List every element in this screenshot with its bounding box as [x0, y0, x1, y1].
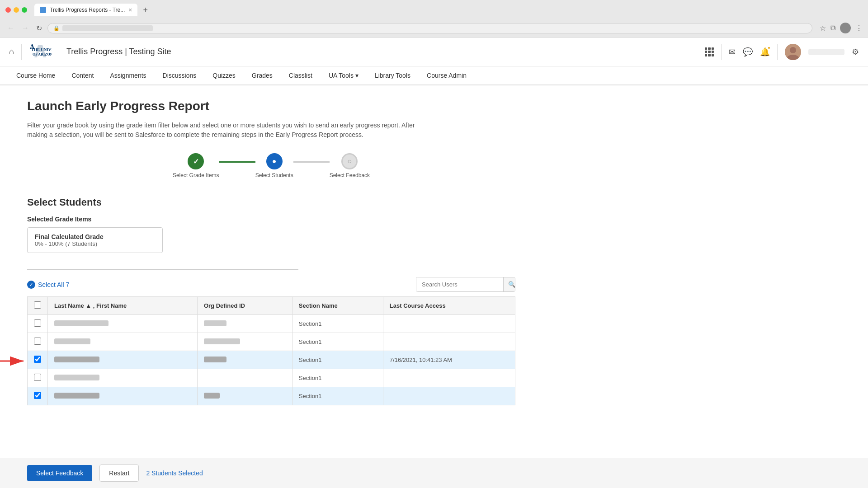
svg-text:A: A	[30, 43, 35, 50]
reload-button[interactable]: ↻	[34, 23, 44, 33]
url-text	[62, 25, 153, 31]
table-row: Section1	[28, 387, 515, 405]
row-3-section: Section1	[292, 351, 383, 369]
grade-items-section: Selected Grade Items Final Calculated Gr…	[27, 216, 298, 270]
nav-library-tools[interactable]: Library Tools	[368, 66, 418, 84]
nav-discussions[interactable]: Discussions	[156, 66, 204, 84]
table-row: Section1	[28, 369, 515, 387]
header-divider	[21, 44, 22, 60]
step-connector-1	[219, 161, 255, 163]
lock-icon: 🔒	[53, 25, 60, 31]
nav-course-admin[interactable]: Course Admin	[420, 66, 474, 84]
maximize-dot[interactable]	[22, 7, 27, 13]
col-header-section: Section Name	[292, 297, 383, 315]
row-4-name-text	[54, 375, 99, 380]
select-all-icon: ✓	[27, 281, 35, 289]
browser-profile-icon[interactable]	[840, 23, 851, 33]
svg-point-6	[790, 47, 796, 53]
row-1-name	[48, 315, 198, 333]
home-icon[interactable]: ⌂	[9, 47, 14, 56]
avatar[interactable]	[785, 44, 801, 60]
header-right: ✉ 💬 🔔 ⚙	[705, 44, 859, 60]
row-4-access	[383, 369, 515, 387]
browser-tab[interactable]: Trellis Progress Reports - Tre... ×	[34, 4, 137, 16]
table-row: Section1	[28, 315, 515, 333]
select-all-button[interactable]: ✓ Select All 7	[27, 281, 69, 289]
header-divider-2	[59, 44, 59, 60]
row-5-checkbox[interactable]	[34, 392, 41, 399]
chat-icon[interactable]: 💬	[743, 47, 753, 57]
row-5-name	[48, 387, 198, 405]
nav-ua-tools[interactable]: UA Tools ▾	[321, 66, 366, 84]
forward-button[interactable]: →	[20, 23, 31, 33]
search-input[interactable]	[416, 277, 503, 291]
col-header-checkbox	[28, 297, 48, 315]
university-logo: THE UNIVERSITY OF ARIZONA A	[29, 43, 52, 61]
extensions-icon[interactable]: ⧉	[830, 24, 835, 32]
header-left: ⌂ THE UNIVERSITY OF ARIZONA A Trellis Pr…	[9, 43, 171, 61]
row-2-section: Section1	[292, 333, 383, 351]
select-all-checkbox[interactable]	[34, 301, 41, 309]
notification-badge	[767, 46, 771, 50]
step-1: ✓ Select Grade Items	[173, 153, 219, 178]
step-2-label: Select Students	[255, 172, 293, 178]
progress-steps: ✓ Select Grade Items ● Select Students ○…	[27, 153, 515, 178]
arrow-row3-indicator	[0, 354, 27, 368]
browser-action-buttons: ☆ ⧉ ⋮	[820, 23, 863, 33]
tab-close-button[interactable]: ×	[128, 6, 132, 14]
nav-quizzes[interactable]: Quizzes	[205, 66, 243, 84]
step-connector-2	[293, 161, 330, 163]
row-1-org-id	[197, 315, 292, 333]
nav-classlist[interactable]: Classlist	[282, 66, 320, 84]
notifications-icon[interactable]: 🔔	[760, 47, 770, 57]
address-bar[interactable]: 🔒	[47, 23, 812, 33]
page-description: Filter your grade book by using the grad…	[27, 121, 434, 140]
row-1-name-text	[54, 320, 108, 326]
bookmark-icon[interactable]: ☆	[820, 24, 826, 33]
row-5-access	[383, 387, 515, 405]
search-box: 🔍	[416, 277, 515, 292]
avatar-image	[785, 44, 801, 60]
nav-grades[interactable]: Grades	[245, 66, 280, 84]
step-2: ● Select Students	[255, 153, 293, 178]
row-3-checkbox[interactable]	[34, 356, 41, 363]
nav-content[interactable]: Content	[64, 66, 101, 84]
row-5-org-id	[197, 387, 292, 405]
grade-item-range: 0% - 100% (7 Students)	[35, 240, 155, 247]
table-wrapper: Last Name ▲ , First Name Org Defined ID …	[27, 296, 515, 405]
row-4-checkbox[interactable]	[34, 374, 41, 381]
select-all-label: Select All 7	[38, 281, 69, 288]
row-1-checkbox-cell	[28, 315, 48, 333]
minimize-dot[interactable]	[14, 7, 19, 13]
menu-icon[interactable]: ⋮	[855, 24, 863, 33]
row-2-checkbox[interactable]	[34, 338, 41, 345]
row-3-name-text	[54, 357, 99, 362]
search-button[interactable]: 🔍	[503, 277, 515, 291]
table-controls: ✓ Select All 7 🔍	[27, 277, 515, 292]
apps-icon[interactable]	[705, 47, 714, 56]
header-right-divider	[721, 44, 722, 60]
new-tab-button[interactable]: +	[143, 5, 148, 15]
settings-icon[interactable]: ⚙	[852, 47, 859, 57]
row-2-name	[48, 333, 198, 351]
step-3-circle: ○	[341, 153, 358, 169]
row-2-access	[383, 333, 515, 351]
browser-chrome: Trellis Progress Reports - Tre... × + ← …	[0, 0, 868, 38]
nav-course-home[interactable]: Course Home	[9, 66, 62, 84]
step-1-label: Select Grade Items	[173, 172, 219, 178]
row-1-checkbox[interactable]	[34, 319, 41, 327]
select-students-heading: Select Students	[27, 197, 515, 208]
browser-window-controls	[5, 7, 27, 13]
nav-assignments[interactable]: Assignments	[103, 66, 153, 84]
row-5-checkbox-cell	[28, 387, 48, 405]
step-2-circle: ●	[266, 153, 283, 169]
row-5-name-text	[54, 393, 99, 399]
col-header-org-id: Org Defined ID	[197, 297, 292, 315]
back-button[interactable]: ←	[5, 23, 16, 33]
row-4-section: Section1	[292, 369, 383, 387]
mail-icon[interactable]: ✉	[729, 47, 736, 57]
row-5-section: Section1	[292, 387, 383, 405]
row-1-section: Section1	[292, 315, 383, 333]
row-3-checkbox-cell	[28, 351, 48, 369]
close-dot[interactable]	[5, 7, 11, 13]
